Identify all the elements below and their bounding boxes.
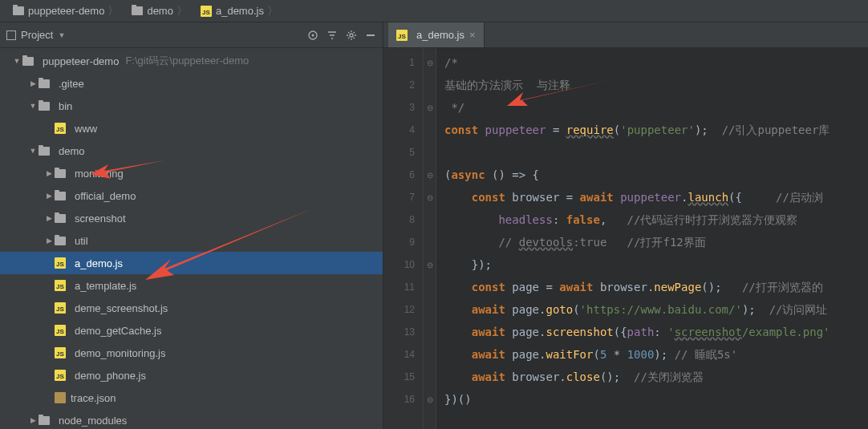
- project-icon: [6, 30, 16, 40]
- project-panel-header: Project ▼: [0, 22, 383, 48]
- folder-icon: [55, 214, 70, 223]
- js-icon: JS: [201, 6, 212, 17]
- project-panel-title: Project: [21, 29, 53, 41]
- project-dropdown-icon[interactable]: ▼: [58, 31, 65, 39]
- line-number: 7: [383, 186, 423, 208]
- breadcrumb-bar: puppeteer-demo〉demo〉JSa_demo.js〉: [0, 0, 868, 22]
- tree-label: demo_phone.js: [75, 370, 146, 382]
- tree-label: deme_screenshot.js: [75, 302, 168, 314]
- tree-row[interactable]: ▶JSdemo_phone.js: [0, 364, 383, 387]
- tree-row[interactable]: ▶screenshot: [0, 207, 383, 229]
- tree-label: www: [75, 123, 97, 135]
- js-icon: JS: [55, 257, 70, 269]
- editor-tab-a-demo[interactable]: JS a_demo.js ×: [388, 22, 485, 47]
- fold-marker[interactable]: ⊖: [424, 186, 436, 208]
- line-number: 12: [383, 298, 423, 321]
- breadcrumb-label: demo: [147, 5, 173, 17]
- breadcrumb-item[interactable]: puppeteer-demo〉: [6, 2, 125, 20]
- tree-label: demo: [59, 145, 85, 157]
- chevron-right-icon[interactable]: ▶: [43, 237, 55, 245]
- project-tree[interactable]: ▼puppeteer-demoF:\git码云\puppeteer-demo▶.…: [0, 48, 383, 429]
- fold-marker: [424, 321, 436, 343]
- code-content[interactable]: /* 基础的方法演示 与注释 */ const puppeteer = requ…: [436, 48, 868, 429]
- chevron-right-icon[interactable]: ▶: [27, 416, 39, 424]
- chevron-down-icon[interactable]: ▼: [27, 147, 39, 155]
- filter-icon[interactable]: [327, 30, 338, 41]
- folder-icon: [39, 79, 54, 88]
- js-icon: JS: [55, 280, 70, 291]
- tree-row[interactable]: ▶.gitee: [0, 72, 383, 95]
- tree-label: official_demo: [75, 190, 136, 202]
- tree-row[interactable]: ▶node_modules: [0, 409, 383, 429]
- line-number: 14: [383, 343, 423, 366]
- breadcrumb-label: a_demo.js: [216, 5, 264, 17]
- fold-marker: [424, 74, 436, 96]
- breadcrumb-item[interactable]: JSa_demo.js〉: [194, 2, 285, 20]
- tree-row[interactable]: ▶official_demo: [0, 184, 383, 207]
- gutter: 12345678910111213141516: [383, 48, 424, 429]
- line-number: 4: [383, 119, 423, 141]
- tree-row[interactable]: ▼puppeteer-demoF:\git码云\puppeteer-demo: [0, 50, 383, 72]
- tree-row[interactable]: ▶JSdeme_screenshot.js: [0, 297, 383, 319]
- folder-icon: [39, 416, 54, 425]
- fold-marker[interactable]: ⊖: [424, 96, 436, 119]
- tree-row[interactable]: ▶JSa_template.js: [0, 274, 383, 297]
- chevron-right-icon[interactable]: ▶: [43, 192, 55, 200]
- tree-path: F:\git码云\puppeteer-demo: [125, 54, 249, 68]
- fold-marker[interactable]: ⊖: [424, 164, 436, 186]
- js-icon: JS: [55, 123, 70, 134]
- line-number: 13: [383, 321, 423, 343]
- tree-label: demo_monitoring.js: [75, 347, 165, 359]
- js-icon: JS: [396, 30, 408, 41]
- locate-target-icon[interactable]: [307, 30, 318, 41]
- breadcrumb-item[interactable]: demo〉: [125, 2, 194, 20]
- js-icon: JS: [55, 325, 70, 336]
- fold-column[interactable]: ⊖⊖⊖⊖⊖⊖: [424, 48, 436, 429]
- chevron-down-icon[interactable]: ▼: [27, 102, 39, 110]
- folder-icon: [55, 169, 70, 178]
- fold-marker: [424, 366, 436, 388]
- chevron-right-icon[interactable]: ▶: [27, 79, 39, 87]
- fold-marker[interactable]: ⊖: [424, 51, 436, 74]
- line-number: 3: [383, 96, 423, 119]
- fold-marker: [424, 343, 436, 366]
- fold-marker[interactable]: ⊖: [424, 253, 436, 276]
- folder-icon: [132, 6, 143, 15]
- chevron-down-icon[interactable]: ▼: [11, 57, 22, 65]
- tree-row[interactable]: ▶monitoring: [0, 162, 383, 184]
- gear-icon[interactable]: [346, 30, 357, 41]
- line-number: 1: [383, 51, 423, 74]
- tree-row[interactable]: ▶JSa_demo.js: [0, 252, 383, 274]
- collapse-icon[interactable]: [365, 30, 376, 41]
- chevron-right-icon[interactable]: ▶: [43, 214, 55, 222]
- js-icon: JS: [55, 347, 70, 358]
- breadcrumb-label: puppeteer-demo: [28, 5, 104, 17]
- folder-icon: [55, 192, 70, 200]
- fold-marker: [424, 208, 436, 231]
- tree-row[interactable]: ▼bin: [0, 95, 383, 117]
- code-area[interactable]: 12345678910111213141516 ⊖⊖⊖⊖⊖⊖ /* 基础的方法演…: [383, 48, 868, 429]
- folder-icon: [13, 6, 24, 15]
- chevron-right-icon: 〉: [176, 4, 188, 18]
- fold-marker: [424, 141, 436, 164]
- tree-row[interactable]: ▶util: [0, 229, 383, 252]
- fold-marker: [424, 119, 436, 141]
- tree-row[interactable]: ▶JSdemo_getCache.js: [0, 319, 383, 342]
- tree-row[interactable]: ▶JSwww: [0, 117, 383, 140]
- folder-icon: [55, 237, 70, 245]
- json-icon: [55, 392, 66, 403]
- folder-icon: [22, 57, 38, 66]
- tree-row[interactable]: ▶trace.json: [0, 387, 383, 409]
- tree-label: util: [75, 235, 88, 247]
- chevron-right-icon: 〉: [107, 4, 119, 18]
- tree-row[interactable]: ▶JSdemo_monitoring.js: [0, 342, 383, 364]
- editor-tabs: JS a_demo.js ×: [383, 22, 868, 48]
- close-icon[interactable]: ×: [469, 29, 476, 41]
- chevron-right-icon[interactable]: ▶: [43, 169, 55, 177]
- js-icon: JS: [55, 302, 70, 314]
- tree-row[interactable]: ▼demo: [0, 140, 383, 162]
- fold-marker[interactable]: ⊖: [424, 388, 436, 411]
- tree-label: screenshot: [75, 212, 126, 225]
- svg-point-2: [350, 34, 353, 37]
- fold-marker: [424, 276, 436, 298]
